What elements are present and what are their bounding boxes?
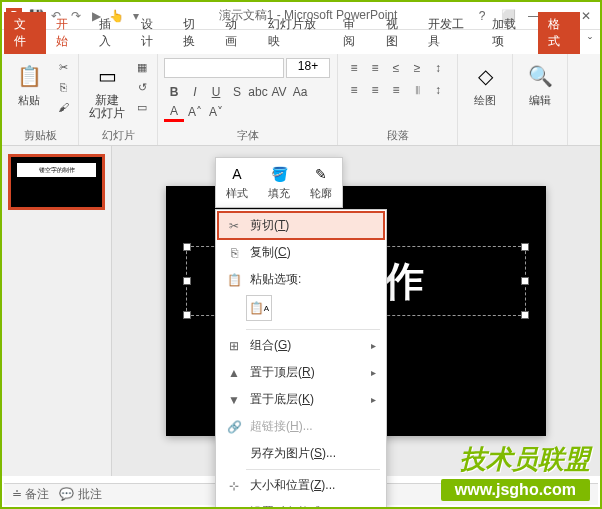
paste-ctx-icon: 📋: [226, 273, 242, 287]
ctx-front-label: 置于顶层(R): [250, 364, 315, 381]
paste-option-keep-text[interactable]: 📋A: [246, 295, 272, 321]
ctx-send-back[interactable]: ▼ 置于底层(K) ▸: [218, 386, 384, 413]
group-clipboard: 📋 粘贴 ✂ ⎘ 🖌 剪贴板: [2, 54, 79, 145]
tab-animations[interactable]: 动画: [215, 12, 257, 54]
hyperlink-icon: 🔗: [226, 420, 242, 434]
submenu-arrow-icon: ▸: [371, 367, 376, 378]
clear-format-button[interactable]: Aa: [290, 82, 310, 102]
outline-tool[interactable]: ✎ 轮廓: [304, 162, 338, 203]
text-direction-icon[interactable]: ↕: [428, 58, 448, 78]
style-tool[interactable]: A 样式: [220, 162, 254, 203]
ctx-copy[interactable]: ⎘ 复制(C): [218, 239, 384, 266]
fill-tool[interactable]: 🪣 填充: [262, 162, 296, 203]
resize-handle-br[interactable]: [521, 311, 529, 319]
group-paragraph-label: 段落: [344, 126, 451, 143]
comments-button[interactable]: 💬 批注: [59, 486, 101, 503]
slide-thumbnails-panel: 1 镂空字的制作: [2, 146, 112, 476]
section-icon[interactable]: ▭: [133, 98, 151, 116]
fill-icon: 🪣: [269, 164, 289, 184]
ctx-group[interactable]: ⊞ 组合(G) ▸: [218, 332, 384, 359]
tab-slideshow[interactable]: 幻灯片放映: [258, 12, 334, 54]
separator: [246, 329, 380, 330]
resize-handle-tl[interactable]: [183, 243, 191, 251]
editing-button[interactable]: 🔍 编辑: [519, 58, 561, 108]
indent-inc-icon[interactable]: ≥: [407, 58, 427, 78]
numbering-icon[interactable]: ≡: [365, 58, 385, 78]
tab-view[interactable]: 视图: [376, 12, 418, 54]
copy-icon[interactable]: ⎘: [54, 78, 72, 96]
align-left-icon[interactable]: ≡: [344, 80, 364, 100]
format-object-icon: ◆: [226, 506, 242, 510]
tab-file[interactable]: 文件: [4, 12, 46, 54]
notes-button[interactable]: ≐ 备注: [12, 486, 49, 503]
resize-handle-mr[interactable]: [521, 277, 529, 285]
find-icon: 🔍: [524, 60, 556, 92]
ctx-save-as-image[interactable]: 另存为图片(S)...: [218, 440, 384, 467]
scissors-icon: ✂: [226, 219, 242, 233]
mini-toolbar: A 样式 🪣 填充 ✎ 轮廓: [215, 157, 343, 208]
group-clipboard-label: 剪贴板: [8, 126, 72, 143]
bring-front-icon: ▲: [226, 366, 242, 380]
submenu-arrow-icon: ▸: [371, 394, 376, 405]
cut-icon[interactable]: ✂: [54, 58, 72, 76]
strike-button[interactable]: S: [227, 82, 247, 102]
group-editing: 🔍 编辑: [513, 54, 568, 145]
tab-format[interactable]: 格式: [538, 12, 580, 54]
group-slides: ▭ 新建幻灯片 ▦ ↺ ▭ 幻灯片: [79, 54, 158, 145]
ctx-size-position[interactable]: ⊹ 大小和位置(Z)...: [218, 472, 384, 499]
ctx-format-object[interactable]: ◆ 设置对象格式(O)...: [218, 499, 384, 509]
indent-dec-icon[interactable]: ≤: [386, 58, 406, 78]
ctx-saveimg-label: 另存为图片(S)...: [250, 445, 336, 462]
collapse-ribbon-icon[interactable]: ˇ: [580, 32, 600, 54]
underline-button[interactable]: U: [206, 82, 226, 102]
ctx-bring-front[interactable]: ▲ 置于顶层(R) ▸: [218, 359, 384, 386]
ctx-cut[interactable]: ✂ 剪切(T): [218, 212, 384, 239]
style-icon: A: [227, 164, 247, 184]
slide-thumbnail-1[interactable]: 镂空字的制作: [8, 154, 105, 210]
submenu-arrow-icon: ▸: [371, 340, 376, 351]
align-right-icon[interactable]: ≡: [386, 80, 406, 100]
context-menu: ✂ 剪切(T) ⎘ 复制(C) 📋 粘贴选项: 📋A ⊞ 组合(G) ▸ ▲ 置…: [215, 209, 387, 509]
font-size-select[interactable]: 18+: [286, 58, 330, 78]
bullets-icon[interactable]: ≡: [344, 58, 364, 78]
shadow-button[interactable]: abc: [248, 82, 268, 102]
copy-ctx-icon: ⎘: [226, 246, 242, 260]
decrease-font-button[interactable]: A˅: [206, 102, 226, 122]
tab-transitions[interactable]: 切换: [173, 12, 215, 54]
paste-button[interactable]: 📋 粘贴: [8, 58, 50, 108]
increase-font-button[interactable]: A˄: [185, 102, 205, 122]
font-color-button[interactable]: A: [164, 102, 184, 122]
ctx-format-label: 设置对象格式(O)...: [250, 504, 349, 509]
reset-icon[interactable]: ↺: [133, 78, 151, 96]
italic-button[interactable]: I: [185, 82, 205, 102]
tab-review[interactable]: 审阅: [333, 12, 375, 54]
resize-handle-ml[interactable]: [183, 277, 191, 285]
drawing-button[interactable]: ◇ 绘图: [464, 58, 506, 108]
group-drawing: ◇ 绘图: [458, 54, 513, 145]
line-spacing-icon[interactable]: ↕: [428, 80, 448, 100]
tab-insert[interactable]: 插入: [89, 12, 131, 54]
group-slides-label: 幻灯片: [85, 126, 151, 143]
align-center-icon[interactable]: ≡: [365, 80, 385, 100]
resize-handle-bl[interactable]: [183, 311, 191, 319]
tab-developer[interactable]: 开发工具: [418, 12, 483, 54]
columns-icon[interactable]: ⫴: [407, 80, 427, 100]
layout-icon[interactable]: ▦: [133, 58, 151, 76]
ctx-link-label: 超链接(H)...: [250, 418, 313, 435]
paste-label: 粘贴: [18, 94, 40, 106]
new-slide-button[interactable]: ▭ 新建幻灯片: [85, 58, 129, 122]
tab-design[interactable]: 设计: [131, 12, 173, 54]
spacing-button[interactable]: AV: [269, 82, 289, 102]
group-icon: ⊞: [226, 339, 242, 353]
resize-handle-tr[interactable]: [521, 243, 529, 251]
size-position-icon: ⊹: [226, 479, 242, 493]
editing-label: 编辑: [529, 94, 551, 106]
format-painter-icon[interactable]: 🖌: [54, 98, 72, 116]
fill-label: 填充: [268, 186, 290, 201]
ctx-back-label: 置于底层(K): [250, 391, 314, 408]
tab-home[interactable]: 开始: [46, 12, 88, 54]
bold-button[interactable]: B: [164, 82, 184, 102]
tab-addins[interactable]: 加载项: [482, 12, 535, 54]
group-font: 18+ B I U S abc AV Aa A A˄ A˅ 字体: [158, 54, 338, 145]
font-family-select[interactable]: [164, 58, 284, 78]
